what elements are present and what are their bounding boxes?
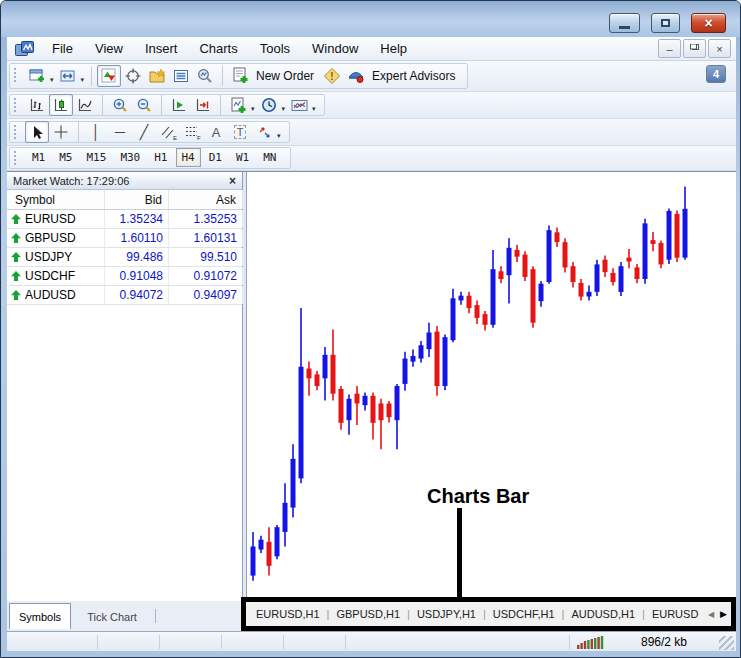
text-tool-button[interactable]: A bbox=[204, 121, 228, 143]
expert-advisors-button[interactable] bbox=[344, 65, 368, 87]
line-chart-button[interactable] bbox=[73, 94, 97, 116]
charts-bar-scroll-right-icon[interactable]: ▶ bbox=[720, 609, 727, 619]
expert-advisors-label[interactable]: Expert Advisors bbox=[372, 69, 455, 83]
chart-shift-button[interactable] bbox=[191, 94, 215, 116]
chart-shift-icon bbox=[195, 97, 211, 113]
zoom-out-button[interactable] bbox=[132, 94, 156, 116]
up-arrow-icon bbox=[11, 271, 21, 281]
menu-item-file[interactable]: File bbox=[41, 39, 84, 58]
mdi-minimize-button[interactable]: – bbox=[658, 39, 681, 58]
trendline-tool-button[interactable]: ╱ bbox=[132, 121, 156, 143]
candle bbox=[611, 273, 616, 282]
indicators-dropdown[interactable]: ▾ bbox=[251, 105, 255, 113]
channel-tool-button[interactable]: E bbox=[156, 121, 180, 143]
new-order-label[interactable]: New Order bbox=[256, 69, 314, 83]
chart-window[interactable] bbox=[246, 172, 736, 602]
periods-button[interactable] bbox=[257, 94, 281, 116]
market-watch-toggle-button[interactable] bbox=[97, 65, 121, 87]
minimize-button[interactable] bbox=[609, 13, 640, 33]
market-watch-close-icon[interactable]: × bbox=[229, 175, 236, 187]
new-chart-dropdown[interactable]: ▾ bbox=[50, 76, 54, 84]
timeframe-m5-button[interactable]: M5 bbox=[53, 148, 78, 167]
toolbar-standard: ▾ ▾ bbox=[7, 61, 736, 92]
candle bbox=[451, 298, 456, 340]
metaeditor-button[interactable]: ! bbox=[320, 65, 344, 87]
close-button[interactable]: × bbox=[691, 13, 726, 33]
fibonacci-tool-button[interactable]: F bbox=[180, 121, 204, 143]
profiles-button[interactable] bbox=[56, 65, 80, 87]
dock-tab-tick-chart[interactable]: Tick Chart bbox=[77, 605, 147, 629]
charts-bar-scroll-left-icon[interactable]: ◀ bbox=[708, 610, 714, 619]
cursor-tool-button[interactable] bbox=[25, 121, 49, 143]
bid-cell: 0.94072 bbox=[105, 286, 169, 304]
menu-item-charts[interactable]: Charts bbox=[188, 39, 248, 58]
notifications-badge[interactable]: 4 bbox=[706, 65, 726, 83]
bar-chart-button[interactable] bbox=[25, 94, 49, 116]
toolbar-grip[interactable] bbox=[14, 151, 19, 165]
up-arrow-icon bbox=[11, 252, 21, 262]
timeframe-m30-button[interactable]: M30 bbox=[114, 148, 146, 167]
menu-item-tools[interactable]: Tools bbox=[249, 39, 301, 58]
mdi-close-button[interactable]: × bbox=[708, 39, 731, 58]
menu-item-help[interactable]: Help bbox=[369, 39, 418, 58]
templates-dropdown[interactable]: ▾ bbox=[312, 105, 316, 113]
arrows-dropdown[interactable]: ▾ bbox=[277, 132, 281, 140]
timeframe-h1-button[interactable]: H1 bbox=[148, 148, 173, 167]
chart-tab-usdjpy-h1[interactable]: USDJPY,H1 bbox=[417, 608, 476, 620]
zoom-in-button[interactable] bbox=[108, 94, 132, 116]
symbol-name: USDCHF bbox=[25, 269, 75, 283]
market-watch-header[interactable]: Market Watch: 17:29:06 × bbox=[7, 172, 242, 190]
auto-scroll-button[interactable] bbox=[167, 94, 191, 116]
column-header-bid[interactable]: Bid bbox=[105, 190, 169, 209]
chart-tab-gbpusd-h1[interactable]: GBPUSD,H1 bbox=[336, 608, 400, 620]
toolbar-grip[interactable] bbox=[14, 125, 19, 139]
templates-button[interactable] bbox=[287, 94, 311, 116]
timeframe-w1-button[interactable]: W1 bbox=[230, 148, 255, 167]
timeframe-m15-button[interactable]: M15 bbox=[81, 148, 113, 167]
mdi-restore-button[interactable] bbox=[683, 39, 706, 58]
symbol-cell: USDCHF bbox=[7, 267, 105, 285]
bid-cell: 99.486 bbox=[105, 248, 169, 266]
periods-dropdown[interactable]: ▾ bbox=[282, 105, 286, 113]
timeframe-m1-button[interactable]: M1 bbox=[26, 148, 51, 167]
strategy-tester-button[interactable] bbox=[193, 65, 217, 87]
svg-text:!: ! bbox=[330, 70, 333, 81]
dock-tab-symbols[interactable]: Symbols bbox=[9, 603, 71, 629]
data-window-button[interactable] bbox=[121, 65, 145, 87]
arrows-tool-button[interactable] bbox=[252, 121, 276, 143]
crosshair-tool-button[interactable] bbox=[49, 121, 73, 143]
chart-tab-usdchf-h1[interactable]: USDCHF,H1 bbox=[493, 608, 555, 620]
new-chart-button[interactable] bbox=[25, 65, 49, 87]
timeframe-mn-button[interactable]: MN bbox=[257, 148, 282, 167]
market-watch-row-audusd[interactable]: AUDUSD0.940720.94097 bbox=[7, 286, 242, 305]
profiles-dropdown[interactable]: ▾ bbox=[81, 76, 85, 84]
chart-tab-audusd-h1[interactable]: AUDUSD,H1 bbox=[571, 608, 635, 620]
title-bar[interactable]: × bbox=[1, 1, 741, 37]
market-watch-row-gbpusd[interactable]: GBPUSD1.601101.60131 bbox=[7, 229, 242, 248]
resize-grip[interactable] bbox=[719, 636, 734, 650]
navigator-button[interactable] bbox=[145, 65, 169, 87]
horizontal-line-tool-button[interactable]: ─ bbox=[108, 121, 132, 143]
vertical-line-tool-button[interactable]: │ bbox=[84, 121, 108, 143]
new-order-button[interactable] bbox=[228, 65, 252, 87]
menu-item-insert[interactable]: Insert bbox=[134, 39, 189, 58]
timeframe-d1-button[interactable]: D1 bbox=[203, 148, 228, 167]
timeframe-h4-button[interactable]: H4 bbox=[176, 148, 201, 167]
market-watch-row-usdjpy[interactable]: USDJPY99.48699.510 bbox=[7, 248, 242, 267]
text-label-tool-button[interactable]: T bbox=[228, 121, 252, 143]
toolbar-grip[interactable] bbox=[14, 98, 19, 112]
maximize-button[interactable] bbox=[651, 13, 680, 33]
column-header-ask[interactable]: Ask bbox=[169, 190, 243, 209]
menu-item-view[interactable]: View bbox=[84, 39, 134, 58]
chart-tab-eurusd-h1[interactable]: EURUSD,H1 bbox=[256, 608, 320, 620]
chart-tab-eurusd[interactable]: EURUSD bbox=[652, 608, 698, 620]
market-watch-row-usdchf[interactable]: USDCHF0.910480.91072 bbox=[7, 267, 242, 286]
column-header-symbol[interactable]: Symbol bbox=[7, 190, 105, 209]
zoom-in-icon bbox=[112, 97, 128, 113]
market-watch-row-eurusd[interactable]: EURUSD1.352341.35253 bbox=[7, 210, 242, 229]
toolbar-grip[interactable] bbox=[14, 68, 19, 85]
candlestick-chart-button[interactable] bbox=[49, 94, 73, 116]
terminal-button[interactable] bbox=[169, 65, 193, 87]
indicators-button[interactable] bbox=[226, 94, 250, 116]
menu-item-window[interactable]: Window bbox=[301, 39, 369, 58]
